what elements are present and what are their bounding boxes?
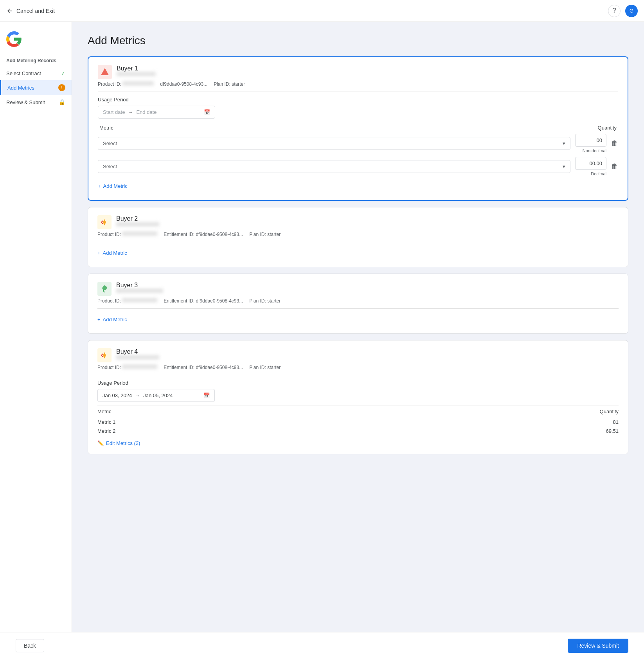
buyer-1-logo-icon — [100, 67, 110, 77]
buyer-4-card: Buyer 4 Product ID: Entitlement ID: df9d… — [88, 340, 628, 454]
buyer-3-add-metric-label: Add Metric — [103, 317, 127, 322]
buyer-2-info: Buyer 2 — [116, 215, 159, 229]
buyer-2-header: Buyer 2 — [97, 215, 619, 229]
buyer-3-logo — [97, 282, 112, 296]
buyer-2-logo-icon — [100, 218, 109, 227]
sidebar-item-label-select-contract: Select Contract — [6, 70, 41, 76]
plus-icon-1: + — [98, 183, 101, 189]
buyer-2-subtext — [116, 222, 159, 226]
google-logo-icon — [6, 31, 22, 47]
buyer-4-metrics-display-header: Metric Quantity — [97, 405, 619, 418]
buyer-1-add-metric-label: Add Metric — [103, 183, 128, 189]
buyer-3-entitlement-id: Entitlement ID: df9ddae0-9508-4c93... — [164, 298, 243, 304]
start-date-placeholder: Start date — [103, 109, 125, 115]
metric-col-header: Metric — [99, 125, 113, 131]
buyer-2-divider — [97, 242, 619, 242]
sidebar-item-label-add-metrics: Add Metrics — [7, 85, 34, 91]
buyer-4-metric-row-2: Metric 2 69.51 — [97, 427, 619, 436]
buyer-4-metric-row-1: Metric 1 81 — [97, 418, 619, 427]
buyer-1-add-metric-button[interactable]: + Add Metric — [98, 180, 128, 192]
quantity-wrapper-2: Decimal — [575, 157, 606, 176]
chevron-down-icon-1: ▾ — [563, 140, 565, 146]
buyer-3-info: Buyer 3 — [116, 282, 163, 296]
sidebar: Add Metering Records Select Contract ✓ A… — [0, 22, 72, 632]
metric-select-2-placeholder: Select — [103, 164, 117, 169]
buyer-1-date-range[interactable]: Start date → End date 📅 — [98, 106, 215, 119]
sidebar-item-label-review-submit: Review & Submit — [6, 99, 45, 105]
review-submit-button[interactable]: Review & Submit — [568, 639, 628, 653]
buyer-4-usage-period-label: Usage Period — [97, 380, 619, 386]
buyer-4-info: Buyer 4 — [116, 348, 159, 362]
metric-row-2: Select ▾ Decimal 🗑 — [98, 157, 618, 176]
logo — [0, 28, 72, 55]
bottom-bar: Back Review & Submit — [0, 632, 644, 659]
buyer-3-divider — [97, 308, 619, 309]
sidebar-item-select-contract[interactable]: Select Contract ✓ — [0, 67, 72, 80]
buyer-4-metric-header: Metric — [97, 409, 111, 414]
lock-icon: 🔒 — [59, 99, 65, 105]
buyer-3-header: Buyer 3 — [97, 282, 619, 296]
buyer-4-plan-id: Plan ID: starter — [249, 365, 281, 370]
buyer-3-name: Buyer 3 — [116, 282, 163, 289]
buyer-1-meta: Product ID: df9ddae0-9508-4c93... Plan I… — [98, 81, 618, 87]
content-area: Add Metrics Buyer 1 Product ID: — [72, 22, 644, 632]
buyer-4-end-date: Jan 05, 2024 — [143, 393, 200, 398]
buyer-1-name: Buyer 1 — [117, 65, 156, 72]
svg-marker-0 — [101, 68, 109, 75]
buyer-1-header: Buyer 1 — [98, 65, 618, 79]
buyer-2-add-metric-label: Add Metric — [103, 250, 127, 256]
delete-metric-1-button[interactable]: 🗑 — [611, 139, 618, 148]
buyer-1-metrics-header: Metric Quantity — [98, 125, 618, 131]
quantity-type-2: Decimal — [591, 171, 606, 176]
metric-select-2[interactable]: Select ▾ — [98, 160, 570, 173]
metric-row-1: Select ▾ Non decimal 🗑 — [98, 134, 618, 153]
top-bar-icons: ? G — [608, 5, 638, 17]
buyer-4-edit-metrics-button[interactable]: ✏️ Edit Metrics (2) — [97, 440, 140, 446]
sidebar-item-add-metrics[interactable]: Add Metrics ! — [0, 80, 72, 95]
buyer-4-calendar-icon[interactable]: 📅 — [203, 393, 210, 398]
quantity-input-2[interactable] — [575, 157, 606, 170]
chevron-down-icon-2: ▾ — [563, 164, 565, 169]
delete-metric-2-button[interactable]: 🗑 — [611, 162, 618, 171]
calendar-icon[interactable]: 📅 — [204, 109, 210, 115]
quantity-input-1[interactable] — [575, 134, 606, 147]
buyer-3-meta: Product ID: Entitlement ID: df9ddae0-950… — [97, 298, 619, 304]
pencil-icon: ✏️ — [97, 440, 104, 446]
buyer-1-product-id: Product ID: — [98, 81, 154, 87]
end-date-placeholder: End date — [136, 109, 201, 115]
top-bar: Cancel and Exit ? G — [0, 0, 644, 22]
buyer-2-product-id: Product ID: — [97, 232, 157, 237]
buyer-1-info: Buyer 1 — [117, 65, 156, 79]
buyer-4-subtext — [116, 355, 159, 359]
buyer-4-logo — [97, 348, 112, 362]
quantity-type-1: Non decimal — [583, 148, 606, 153]
buyer-2-add-metric-button[interactable]: + Add Metric — [97, 247, 127, 259]
buyer-2-plan-id: Plan ID: starter — [249, 232, 281, 237]
arrow-left-icon — [6, 7, 13, 14]
help-icon[interactable]: ? — [608, 5, 621, 17]
buyer-3-product-id: Product ID: — [97, 298, 157, 304]
buyer-4-start-date: Jan 03, 2024 — [103, 393, 132, 398]
sidebar-section-title: Add Metering Records — [0, 55, 72, 67]
user-avatar[interactable]: G — [625, 5, 638, 17]
metric-select-1[interactable]: Select ▾ — [98, 137, 570, 150]
buyer-3-plan-id: Plan ID: starter — [249, 298, 281, 304]
buyer-4-entitlement-id: Entitlement ID: df9ddae0-9508-4c93... — [164, 365, 243, 370]
buyer-4-metric-1-quantity: 81 — [613, 419, 619, 425]
plus-icon-3: + — [97, 317, 101, 322]
buyer-4-metric-1-name: Metric 1 — [97, 419, 115, 425]
buyer-4-product-id: Product ID: — [97, 365, 157, 370]
cancel-exit-button[interactable]: Cancel and Exit — [6, 7, 55, 14]
metric-select-1-placeholder: Select — [103, 140, 117, 146]
buyer-4-meta: Product ID: Entitlement ID: df9ddae0-950… — [97, 365, 619, 370]
sidebar-item-review-submit[interactable]: Review & Submit 🔒 — [0, 95, 72, 109]
buyer-1-entitlement-id: df9ddae0-9508-4c93... — [160, 81, 207, 87]
buyer-3-add-metric-button[interactable]: + Add Metric — [97, 313, 127, 326]
buyer-2-meta: Product ID: Entitlement ID: df9ddae0-950… — [97, 232, 619, 237]
main-layout: Add Metering Records Select Contract ✓ A… — [0, 22, 644, 632]
alert-icon: ! — [58, 84, 65, 91]
plus-icon-2: + — [97, 250, 101, 256]
buyer-3-subtext — [116, 289, 163, 293]
buyer-4-date-range[interactable]: Jan 03, 2024 → Jan 05, 2024 📅 — [97, 389, 215, 402]
back-button[interactable]: Back — [16, 639, 44, 652]
